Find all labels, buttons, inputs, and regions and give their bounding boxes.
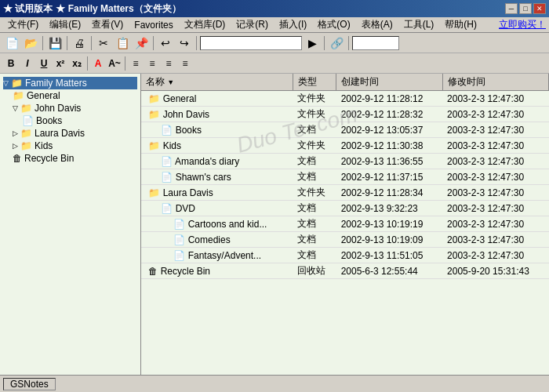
sidebar-item-lauradavis[interactable]: ▷ 📁 Laura Davis	[13, 127, 137, 140]
menu-table[interactable]: 表格(A)	[357, 17, 398, 32]
table-row[interactable]: 📄 Fantasy/Advent... 文档 2002-9-13 11:51:0…	[141, 248, 549, 263]
paste-button[interactable]: 📌	[133, 35, 150, 51]
underline-button[interactable]: U	[36, 56, 52, 71]
search-input[interactable]	[200, 36, 302, 50]
table-row[interactable]: 📁 John Davis 文件夹 2002-9-12 11:28:32 2003…	[141, 107, 549, 122]
new-button[interactable]: 📄	[3, 35, 20, 51]
file-name: General	[163, 93, 197, 104]
file-icon: 📁	[148, 93, 160, 104]
go-button[interactable]: ▶	[304, 35, 321, 51]
file-icon: 📄	[161, 125, 173, 136]
buy-button[interactable]: 立即购买！	[499, 18, 546, 31]
main-area: ▽ 📁 Family Matters 📁 General ▽ 📁 John Da…	[0, 74, 549, 375]
sep7	[348, 36, 349, 50]
cell-created: 2002-9-12 11:37:15	[336, 169, 442, 185]
menu-tools[interactable]: 工具(L)	[399, 17, 439, 32]
expand-laura-icon[interactable]: ▷	[13, 129, 20, 137]
title-bar: ★ 试用版本 ★ Family Matters（文件夹） ─ □ ✕	[0, 0, 549, 17]
print-button[interactable]: 🖨	[71, 35, 88, 51]
sidebar-item-johndavis[interactable]: ▽ 📁 John Davis	[13, 102, 137, 114]
cell-created: 2005-6-3 12:55:44	[336, 263, 442, 279]
status-bar: GSNotes	[0, 375, 549, 392]
expand-kids-icon[interactable]: ▷	[13, 142, 20, 150]
col-modified[interactable]: 修改时间	[442, 74, 548, 91]
table-row[interactable]: 📄 Books 文档 2002-9-12 13:05:37 2003-2-3 1…	[141, 122, 549, 138]
menu-favorites[interactable]: Favorites	[129, 19, 177, 31]
align-right-button[interactable]: ≡	[161, 56, 176, 71]
table-row[interactable]: 📄 Cartoons and kid... 文档 2002-9-13 10:19…	[141, 216, 549, 232]
menu-help[interactable]: 帮助(H)	[440, 17, 482, 32]
cell-name: 📁 Kids	[141, 138, 293, 154]
table-row[interactable]: 📁 General 文件夹 2002-9-12 11:28:12 2003-2-…	[141, 91, 549, 107]
table-row[interactable]: 📄 Amanda's diary 文档 2002-9-13 11:36:55 2…	[141, 154, 549, 169]
title-text: ★ 试用版本 ★ Family Matters（文件夹）	[3, 2, 181, 16]
expand-root-icon[interactable]: ▽	[3, 79, 11, 87]
menu-file[interactable]: 文件(F)	[3, 17, 43, 32]
cell-name: 📄 Shawn's cars	[141, 169, 293, 185]
cell-created: 2002-9-12 11:28:12	[336, 91, 442, 107]
menu-insert[interactable]: 插入(I)	[274, 17, 311, 32]
sidebar-root[interactable]: ▽ 📁 Family Matters	[3, 77, 137, 89]
cell-modified: 2003-2-3 12:47:30	[442, 232, 548, 248]
link-button[interactable]: 🔗	[328, 35, 345, 51]
file-name: Laura Davis	[163, 187, 213, 198]
col-created[interactable]: 创建时间	[336, 74, 442, 91]
sidebar-item-recycle[interactable]: 🗑 Recycle Bin	[13, 152, 137, 165]
search-input2[interactable]	[352, 36, 399, 50]
sidebar-item-general[interactable]: 📁 General	[13, 89, 137, 102]
sidebar-item-books[interactable]: 📄 Books	[22, 114, 137, 127]
folder-root-icon: 📁	[11, 78, 23, 89]
copy-button[interactable]: 📋	[114, 35, 131, 51]
sep-fmt1	[87, 56, 88, 71]
menu-docs[interactable]: 文档库(D)	[180, 17, 231, 32]
undo-button[interactable]: ↩	[157, 35, 174, 51]
menu-edit[interactable]: 编辑(E)	[45, 17, 85, 32]
menu-view[interactable]: 查看(V)	[87, 17, 128, 32]
file-name: Comedies	[188, 234, 231, 245]
cell-name: 📄 Fantasy/Advent...	[141, 248, 293, 263]
file-icon: 📄	[173, 250, 185, 261]
table-row[interactable]: 📄 Shawn's cars 文档 2002-9-12 11:37:15 200…	[141, 169, 549, 185]
col-name[interactable]: 名称 ▼	[141, 74, 293, 91]
cell-created: 2002-9-12 11:30:38	[336, 138, 442, 154]
cut-button[interactable]: ✂	[95, 35, 112, 51]
file-name: Amanda's diary	[175, 156, 239, 167]
table-row[interactable]: 📄 DVD 文档 2002-9-13 9:32:23 2003-2-3 12:4…	[141, 201, 549, 216]
subscript-button[interactable]: x₂	[69, 56, 85, 71]
folder-general-icon: 📁	[13, 90, 24, 101]
sidebar-item-kids[interactable]: ▷ 📁 Kids	[13, 140, 137, 152]
table-row[interactable]: 📁 Kids 文件夹 2002-9-12 11:30:38 2003-2-3 1…	[141, 138, 549, 154]
save-button[interactable]: 💾	[46, 35, 64, 51]
justify-button[interactable]: ≡	[177, 56, 193, 71]
cell-modified: 2003-2-3 12:47:30	[442, 91, 548, 107]
col-type[interactable]: 类型	[293, 74, 336, 91]
cell-name: 📄 DVD	[141, 201, 293, 216]
superscript-button[interactable]: x²	[53, 56, 68, 71]
table-row[interactable]: 📄 Comedies 文档 2002-9-13 10:19:09 2003-2-…	[141, 232, 549, 248]
maximize-button[interactable]: □	[519, 3, 532, 14]
close-button[interactable]: ✕	[533, 3, 546, 14]
expand-john-icon[interactable]: ▽	[13, 104, 20, 112]
italic-button[interactable]: I	[20, 56, 35, 71]
cell-created: 2002-9-12 11:28:34	[336, 185, 442, 201]
table-row[interactable]: 🗑 Recycle Bin 回收站 2005-6-3 12:55:44 2005…	[141, 263, 549, 279]
file-name: Recycle Bin	[161, 266, 210, 277]
status-text: GSNotes	[10, 379, 49, 390]
highlight-button[interactable]: A~	[107, 56, 122, 71]
menu-bar: 文件(F) 编辑(E) 查看(V) Favorites 文档库(D) 记录(R)…	[0, 17, 549, 33]
menu-records[interactable]: 记录(R)	[231, 17, 273, 32]
sidebar-recycle-label: Recycle Bin	[24, 153, 74, 164]
menu-format[interactable]: 格式(O)	[313, 17, 354, 32]
font-color-button[interactable]: A	[90, 56, 106, 71]
open-button[interactable]: 📂	[22, 35, 39, 51]
sep1	[42, 36, 43, 50]
cell-type: 文档	[293, 201, 336, 216]
cell-created: 2002-9-12 13:05:37	[336, 122, 442, 138]
table-row[interactable]: 📁 Laura Davis 文件夹 2002-9-12 11:28:34 200…	[141, 185, 549, 201]
cell-type: 文件夹	[293, 138, 336, 154]
minimize-button[interactable]: ─	[505, 3, 518, 14]
align-center-button[interactable]: ≡	[144, 56, 160, 71]
align-left-button[interactable]: ≡	[128, 56, 144, 71]
redo-button[interactable]: ↪	[176, 35, 193, 51]
bold-button[interactable]: B	[3, 56, 19, 71]
